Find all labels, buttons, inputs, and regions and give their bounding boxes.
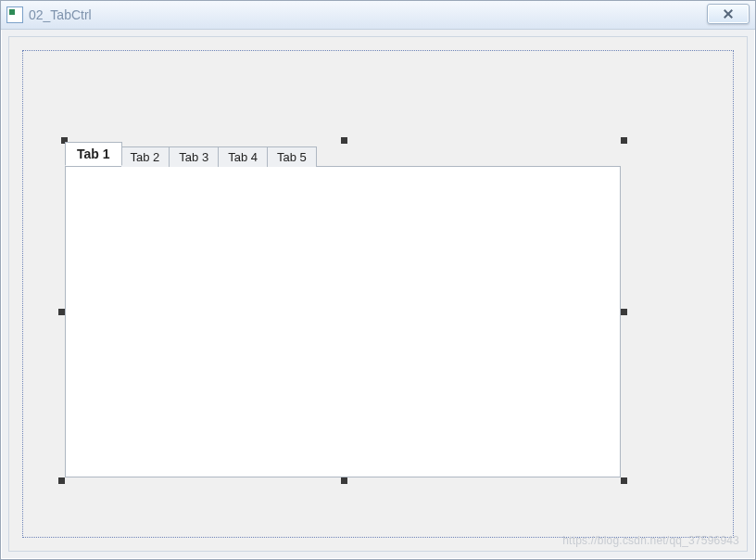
titlebar[interactable]: 02_TabCtrl: [1, 1, 755, 30]
resize-handle-s[interactable]: [341, 477, 347, 484]
client-area: Tab 1 Tab 2 Tab 3 Tab 4 Tab 5 https://bl…: [8, 36, 748, 552]
tab-4[interactable]: Tab 4: [219, 146, 268, 167]
resize-handle-w[interactable]: [58, 309, 65, 315]
tab-5[interactable]: Tab 5: [268, 146, 317, 167]
tab-strip: Tab 1 Tab 2 Tab 3 Tab 4 Tab 5: [65, 144, 621, 166]
window-frame: 02_TabCtrl Tab 1 Tab 2 Tab 3 Tab 4 Tab 5: [0, 0, 756, 560]
window-title: 02_TabCtrl: [29, 7, 92, 22]
tab-page-content: [65, 166, 621, 477]
resize-handle-n[interactable]: [341, 137, 347, 144]
close-icon: [723, 8, 734, 19]
app-icon: [6, 6, 23, 23]
tab-3[interactable]: Tab 3: [170, 146, 219, 167]
resize-handle-ne[interactable]: [621, 137, 627, 144]
tab-1[interactable]: Tab 1: [65, 142, 122, 166]
watermark-text: https://blog.csdn.net/qq_37596943: [562, 534, 739, 547]
resize-handle-sw[interactable]: [58, 477, 65, 484]
resize-handle-se[interactable]: [621, 477, 627, 484]
resize-handle-e[interactable]: [621, 309, 627, 315]
close-button[interactable]: [707, 4, 750, 24]
tab-control: Tab 1 Tab 2 Tab 3 Tab 4 Tab 5: [65, 144, 621, 477]
tab-2[interactable]: Tab 2: [121, 146, 170, 167]
